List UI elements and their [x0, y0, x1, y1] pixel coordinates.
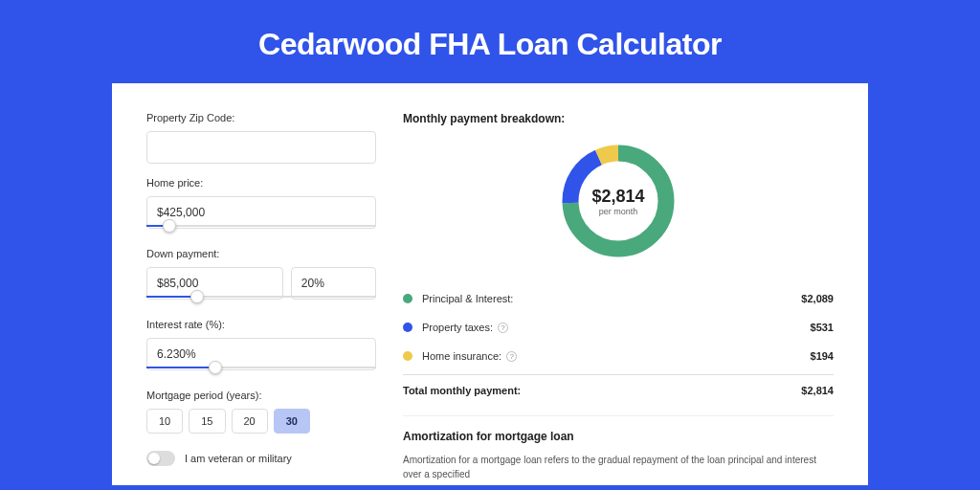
breakdown-label: Home insurance:? — [422, 350, 811, 362]
help-icon[interactable]: ? — [506, 351, 517, 362]
inputs-panel: Property Zip Code: Home price: Down paym… — [146, 112, 376, 485]
breakdown-label: Principal & Interest: — [422, 293, 801, 304]
veteran-toggle[interactable] — [146, 451, 175, 466]
calculator-card: Property Zip Code: Home price: Down paym… — [112, 83, 868, 485]
down-label: Down payment: — [146, 248, 376, 259]
amortization-heading: Amortization for mortgage loan — [403, 430, 834, 443]
period-label: Mortgage period (years): — [146, 390, 376, 401]
breakdown-row: Property taxes:?$531 — [403, 313, 834, 342]
breakdown-panel: Monthly payment breakdown: $2,814 per mo… — [403, 112, 834, 485]
donut-chart: $2,814 per month — [556, 139, 680, 263]
amortization-section: Amortization for mortgage loan Amortizat… — [403, 415, 834, 481]
legend-dot — [403, 351, 412, 361]
period-pills: 10 15 20 30 — [146, 409, 376, 434]
veteran-label: I am veteran or military — [185, 453, 292, 464]
period-pill-30[interactable]: 30 — [274, 409, 310, 434]
donut-sub: per month — [599, 207, 638, 216]
breakdown-row: Home insurance:?$194 — [403, 342, 834, 370]
price-field: Home price: — [146, 177, 376, 234]
down-amount-input[interactable] — [146, 267, 283, 300]
help-icon[interactable]: ? — [498, 323, 508, 333]
amortization-text: Amortization for a mortgage loan refers … — [403, 453, 834, 481]
breakdown-heading: Monthly payment breakdown: — [403, 112, 834, 125]
total-value: $2,814 — [801, 385, 834, 396]
down-slider[interactable] — [146, 296, 376, 305]
price-slider[interactable] — [146, 225, 376, 234]
legend-dot — [403, 294, 412, 303]
breakdown-value: $531 — [811, 322, 834, 333]
donut-wrap: $2,814 per month — [403, 139, 834, 263]
period-pill-10[interactable]: 10 — [146, 409, 183, 434]
rate-slider[interactable] — [146, 367, 376, 376]
breakdown-row: Principal & Interest:$2,089 — [403, 284, 834, 313]
breakdown-value: $2,089 — [801, 293, 834, 304]
zip-field: Property Zip Code: — [146, 112, 376, 164]
total-label: Total monthly payment: — [403, 385, 801, 396]
period-pill-20[interactable]: 20 — [232, 409, 268, 434]
price-label: Home price: — [146, 177, 376, 189]
veteran-row: I am veteran or military — [146, 451, 376, 466]
down-field: Down payment: — [146, 248, 376, 305]
price-input[interactable] — [146, 196, 376, 229]
rate-field: Interest rate (%): — [146, 319, 376, 376]
breakdown-label: Property taxes:? — [422, 322, 811, 333]
total-row: Total monthly payment: $2,814 — [403, 374, 834, 410]
rate-input[interactable] — [146, 338, 376, 370]
period-pill-15[interactable]: 15 — [189, 409, 225, 434]
zip-label: Property Zip Code: — [146, 112, 376, 123]
rate-label: Interest rate (%): — [146, 319, 376, 330]
legend-dot — [403, 323, 412, 332]
page-title: Cedarwood FHA Loan Calculator — [0, 0, 980, 83]
breakdown-value: $194 — [811, 350, 834, 362]
down-percent-input[interactable] — [291, 267, 376, 300]
donut-value: $2,814 — [591, 187, 644, 207]
zip-input[interactable] — [146, 131, 376, 164]
period-field: Mortgage period (years): 10 15 20 30 — [146, 390, 376, 434]
